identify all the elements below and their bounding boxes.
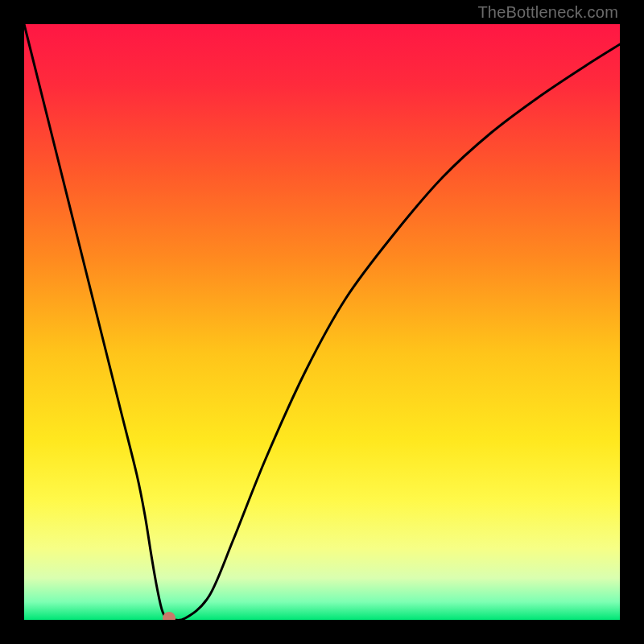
chart-frame: TheBottleneck.com bbox=[0, 0, 644, 644]
watermark-label: TheBottleneck.com bbox=[477, 3, 618, 22]
plot-area bbox=[24, 24, 620, 620]
gradient-background bbox=[24, 24, 620, 620]
bottleneck-chart bbox=[24, 24, 620, 620]
